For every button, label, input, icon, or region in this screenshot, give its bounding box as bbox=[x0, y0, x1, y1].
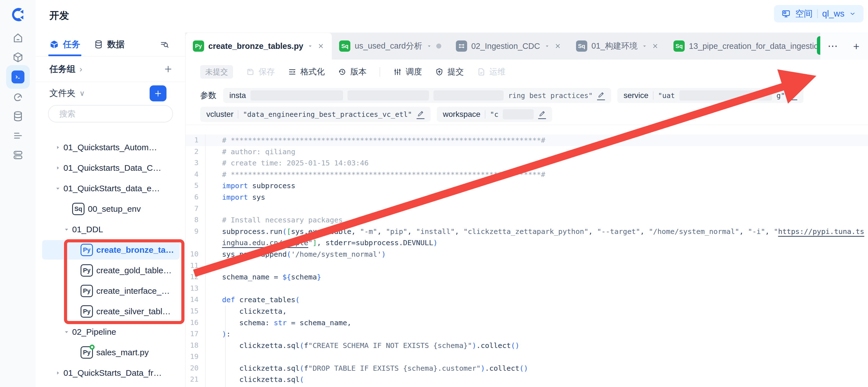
toolbar-divider bbox=[379, 67, 380, 77]
tree-folder[interactable]: 02_Pipeline bbox=[36, 322, 185, 342]
editor-tab[interactable]: Squs_used_card分析 bbox=[332, 33, 448, 60]
redacted-value bbox=[433, 90, 504, 100]
python-file-icon: Py bbox=[81, 305, 93, 318]
save-icon bbox=[246, 67, 255, 77]
close-icon[interactable] bbox=[652, 42, 659, 50]
rail-data[interactable] bbox=[8, 107, 28, 126]
tree-item-label: 01_Quickstarts_Data_C… bbox=[63, 163, 161, 173]
caret-right-icon[interactable] bbox=[55, 165, 61, 171]
sql-file-icon: Sq bbox=[339, 40, 350, 52]
caret-down-icon[interactable] bbox=[642, 43, 647, 49]
caret-right-icon[interactable] bbox=[55, 144, 61, 151]
tree-folder[interactable]: 01_Quickstarts_Data_C… bbox=[36, 157, 185, 178]
chevron-right-icon[interactable]: › bbox=[80, 64, 82, 74]
tree-file[interactable]: Pycreate_gold_table… bbox=[36, 260, 185, 280]
tree-item-label: 01_QuickStarts_data_e… bbox=[63, 184, 160, 193]
line-number: 1 bbox=[186, 135, 206, 146]
line-number: 13 bbox=[186, 283, 206, 294]
param-value: "data_engineering_best_practices_vc_etl" bbox=[243, 110, 412, 119]
code-line: 2# author: qiliang bbox=[186, 146, 868, 157]
add-task-group-button[interactable] bbox=[163, 64, 173, 74]
rail-logs[interactable] bbox=[8, 126, 28, 145]
param-pill-service: service"uatg" bbox=[617, 88, 803, 103]
caret-down-icon[interactable] bbox=[63, 329, 70, 335]
gauge-icon bbox=[12, 91, 24, 103]
code-text: import sys bbox=[206, 191, 868, 203]
search-input[interactable] bbox=[59, 109, 166, 119]
code-text: # **************************************… bbox=[206, 135, 868, 146]
tree-file[interactable]: Pysales_mart.py bbox=[36, 342, 185, 363]
workspace-switcher[interactable]: 空间 ql_ws bbox=[774, 5, 864, 23]
caret-down-icon[interactable] bbox=[544, 43, 550, 49]
tree-file[interactable]: Pycreate_bronze_ta… bbox=[36, 240, 185, 260]
chevron-down-icon: ∨ bbox=[80, 89, 85, 98]
tab-data[interactable]: 数据 bbox=[94, 33, 125, 56]
pencil-icon[interactable] bbox=[416, 110, 425, 119]
sql-file-icon: Sq bbox=[576, 40, 587, 52]
pencil-icon[interactable] bbox=[597, 91, 605, 100]
toolbar-button[interactable]: 调度 bbox=[393, 66, 422, 78]
code-text: subprocess.run([sys.executable, "-m", "p… bbox=[206, 226, 868, 248]
params-label: 参数 bbox=[200, 90, 216, 101]
server-icon bbox=[12, 149, 24, 161]
new-tab-button[interactable]: ＋ bbox=[851, 41, 861, 51]
submit-icon bbox=[435, 67, 444, 77]
param-row: 参数instaring best practices"service"uatg" bbox=[200, 88, 868, 103]
caret-right-icon[interactable] bbox=[55, 369, 61, 376]
toolbar-button[interactable]: 格式化 bbox=[288, 66, 325, 78]
tab-tasks[interactable]: 任务 bbox=[50, 33, 80, 56]
tree-item-label: 01_DDL bbox=[72, 225, 103, 234]
param-row: vcluster"data_engineering_best_practices… bbox=[200, 107, 868, 122]
toolbar-button[interactable]: 提交 bbox=[435, 66, 464, 78]
tree-folder[interactable]: 01_QuickStarts_Data_fr… bbox=[36, 363, 185, 383]
tree-folder[interactable]: 01_DDL bbox=[36, 219, 185, 240]
param-key: vcluster bbox=[206, 110, 233, 119]
editor-tab[interactable]: Pycreate_bronze_tables.py bbox=[186, 33, 332, 60]
clickzetta-logo bbox=[9, 7, 26, 22]
rail-resources[interactable] bbox=[8, 145, 28, 165]
code-line: 10sys.path.append('/home/system_normal') bbox=[186, 248, 868, 260]
list-search-icon[interactable] bbox=[159, 39, 169, 50]
editor-tab[interactable]: Sq01_构建环境 bbox=[569, 33, 666, 60]
more-tabs-button[interactable]: ⋯ bbox=[828, 41, 838, 51]
pencil-icon[interactable] bbox=[789, 91, 797, 100]
format-icon bbox=[288, 67, 297, 77]
database-icon bbox=[12, 110, 24, 122]
rail-monitor[interactable] bbox=[8, 87, 28, 107]
tree-item-label: 01_QuickStarts_Data_fr… bbox=[63, 368, 162, 378]
redacted-value bbox=[347, 90, 429, 100]
tree-file[interactable]: Pycreate_silver_tabl… bbox=[36, 301, 185, 322]
caret-down-icon[interactable] bbox=[55, 185, 61, 192]
code-editor[interactable]: 1# *************************************… bbox=[186, 125, 868, 387]
pencil-icon[interactable] bbox=[538, 110, 546, 119]
line-number: 5 bbox=[186, 180, 206, 191]
toolbar-button-label: 运维 bbox=[489, 66, 505, 78]
parameters-bar: 参数instaring best practices"service"uatg"… bbox=[186, 84, 868, 125]
rail-modules[interactable] bbox=[8, 48, 28, 67]
code-line: 6import sys bbox=[186, 191, 868, 203]
tree-folder[interactable]: 01_Quickstarts_Autom… bbox=[36, 137, 185, 157]
close-icon[interactable] bbox=[317, 42, 324, 50]
folder-view-label[interactable]: 文件夹 bbox=[50, 87, 75, 99]
tree-folder[interactable]: 01_QuickStarts_data_e… bbox=[36, 178, 185, 199]
code-text: schema: str = schema_name, bbox=[206, 317, 868, 329]
editor-tab-label: 01_构建环境 bbox=[591, 40, 638, 52]
unsaved-dot bbox=[436, 43, 441, 49]
close-icon[interactable] bbox=[554, 42, 561, 50]
param-key: service bbox=[623, 91, 649, 100]
tree-file[interactable]: Sq00_setup_env bbox=[36, 199, 185, 219]
python-file-icon: Py bbox=[193, 40, 204, 52]
caret-down-icon[interactable] bbox=[427, 43, 432, 49]
tree-file[interactable]: Pycreate_interface_… bbox=[36, 280, 185, 301]
monitor-icon bbox=[781, 9, 791, 19]
add-file-button[interactable] bbox=[150, 85, 166, 101]
plus-icon bbox=[154, 89, 162, 98]
rail-develop[interactable] bbox=[6, 65, 30, 89]
tree-item-label: 00_setup_env bbox=[88, 204, 141, 214]
caret-down-icon[interactable] bbox=[63, 226, 70, 233]
line-number: 17 bbox=[186, 328, 206, 340]
editor-tab[interactable]: 02_Ingestion_CDC bbox=[448, 33, 569, 60]
caret-down-icon[interactable] bbox=[307, 43, 313, 49]
rail-home[interactable] bbox=[8, 28, 28, 48]
toolbar-button[interactable]: 版本 bbox=[338, 66, 367, 78]
